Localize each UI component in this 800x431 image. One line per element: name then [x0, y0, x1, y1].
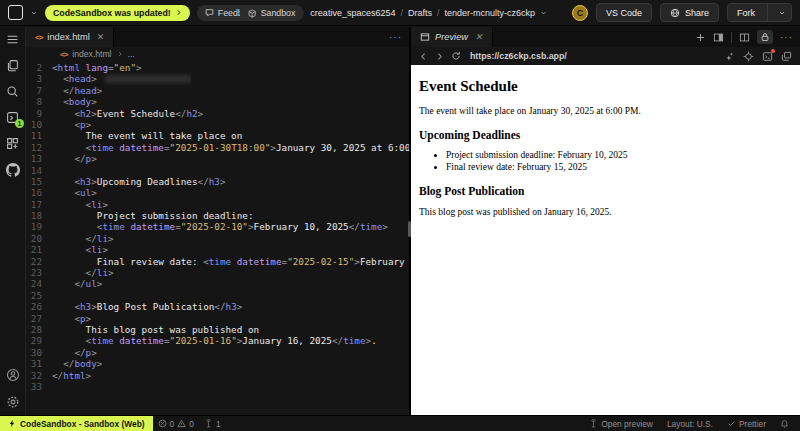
github-icon[interactable] [6, 163, 20, 177]
code-line[interactable]: 18 Project submission deadline: [26, 210, 409, 221]
line-number[interactable]: 29 [26, 335, 52, 346]
line-number[interactable]: 12 [26, 142, 52, 153]
fork-menu-chevron-icon[interactable] [773, 9, 791, 17]
console-button[interactable] [762, 51, 773, 62]
ports-indicator[interactable]: 1 [199, 419, 226, 429]
line-number[interactable]: 8 [26, 96, 52, 107]
code-line[interactable]: 15 <h3>Upcoming Deadlines</h3> [26, 176, 409, 187]
code-line[interactable]: 12 <time datetime="2025-01-30T18:00">Jan… [26, 142, 409, 153]
breadcrumb-file[interactable]: index.html [72, 49, 111, 59]
code-area[interactable]: 2<html lang="en">3 <head>7 </head>8 <bod… [26, 61, 409, 415]
code-line[interactable]: 29 <time datetime="2025-01-16">January 1… [26, 335, 409, 346]
devtools-icon[interactable]: 1 [6, 111, 19, 124]
breadcrumb-folder[interactable]: Drafts [408, 8, 432, 18]
fork-button[interactable]: Fork [727, 3, 792, 22]
sparkles-icon[interactable] [724, 51, 735, 62]
code-line[interactable]: 21 <li> [26, 244, 409, 255]
update-banner[interactable]: CodeSandbox was updated! [45, 5, 190, 21]
code-line[interactable]: 33 [26, 381, 409, 392]
codesandbox-logo-icon[interactable] [8, 5, 23, 20]
code-line[interactable]: 32</html> [26, 370, 409, 381]
extensions-icon[interactable] [6, 137, 19, 150]
sandbox-menu-chevron-icon[interactable] [540, 9, 548, 17]
account-icon[interactable] [6, 368, 20, 382]
back-icon[interactable] [419, 52, 428, 61]
line-number[interactable]: 24 [26, 278, 52, 289]
code-line[interactable]: 22 Final review date: <time datetime="20… [26, 256, 409, 267]
lock-preview-button[interactable] [757, 30, 773, 44]
split-editor-icon[interactable] [713, 32, 724, 43]
vscode-button[interactable]: VS Code [596, 3, 652, 22]
add-devtool-icon[interactable] [695, 32, 706, 43]
line-number[interactable]: 31 [26, 358, 52, 369]
code-line[interactable]: 19 <time datetime="2025-02-10">February … [26, 221, 409, 232]
menu-icon[interactable] [6, 33, 19, 46]
line-number[interactable]: 7 [26, 85, 52, 96]
code-line[interactable]: 3 <head> [26, 73, 409, 84]
line-number[interactable]: 9 [26, 108, 52, 119]
line-number[interactable]: 26 [26, 301, 52, 312]
line-number[interactable]: 30 [26, 347, 52, 358]
line-number[interactable]: 13 [26, 153, 52, 164]
code-line[interactable]: 27 <p> [26, 313, 409, 324]
forward-icon[interactable] [435, 52, 444, 61]
refresh-icon[interactable] [451, 51, 461, 61]
code-line[interactable]: 24 </ul> [26, 278, 409, 289]
code-line[interactable]: 31 </body> [26, 358, 409, 369]
line-number[interactable]: 11 [26, 130, 52, 141]
prettier-indicator[interactable]: Prettier [722, 419, 771, 429]
line-number[interactable]: 2 [26, 62, 52, 73]
tab-index-html[interactable]: <> index.html ✕ [26, 27, 114, 47]
pane-resize-handle[interactable] [409, 27, 411, 415]
code-line[interactable]: 11 The event will take place on [26, 130, 409, 141]
inspect-crosshair-icon[interactable] [743, 51, 754, 62]
line-number[interactable]: 16 [26, 187, 52, 198]
avatar[interactable]: C [572, 5, 588, 21]
line-number[interactable]: 22 [26, 256, 52, 267]
code-line[interactable]: 2<html lang="en"> [26, 62, 409, 73]
code-line[interactable]: 20 </li> [26, 233, 409, 244]
code-line[interactable]: 28 This blog post was published on [26, 324, 409, 335]
code-line[interactable]: 8 <body> [26, 96, 409, 107]
line-number[interactable]: 27 [26, 313, 52, 324]
line-number[interactable]: 23 [26, 267, 52, 278]
code-line[interactable]: 17 <li> [26, 199, 409, 210]
settings-gear-icon[interactable] [6, 395, 20, 409]
line-number[interactable]: 19 [26, 221, 52, 232]
problems-indicator[interactable]: 0 0 [153, 419, 199, 429]
status-brand-button[interactable]: CodeSandbox - Sandbox (Web) [0, 416, 153, 431]
line-number[interactable]: 18 [26, 210, 52, 221]
code-line[interactable]: 23 </li> [26, 267, 409, 278]
line-number[interactable]: 33 [26, 381, 52, 392]
keyboard-layout-indicator[interactable]: Layout: U.S. [662, 419, 718, 429]
share-button[interactable]: Share [660, 3, 719, 22]
line-number[interactable]: 10 [26, 119, 52, 130]
workspace-badge[interactable]: Sandbox [240, 5, 304, 21]
line-number[interactable]: 21 [26, 244, 52, 255]
line-number[interactable]: 3 [26, 73, 52, 84]
code-line[interactable]: 25 [26, 290, 409, 301]
url-text[interactable]: https://cz6ckp.csb.app/ [470, 51, 567, 61]
close-preview-tab-icon[interactable]: ✕ [475, 32, 483, 42]
open-in-new-window-icon[interactable] [781, 51, 792, 62]
search-icon[interactable] [6, 85, 19, 98]
notifications-bell-icon[interactable] [775, 419, 794, 429]
close-tab-icon[interactable]: ✕ [97, 32, 105, 42]
tab-preview[interactable]: Preview ✕ [411, 27, 493, 47]
editor-more-actions-icon[interactable]: ··· [382, 27, 409, 47]
line-number[interactable]: 15 [26, 176, 52, 187]
split-view-icon[interactable] [739, 32, 750, 43]
line-number[interactable]: 25 [26, 290, 52, 301]
code-line[interactable]: 26 <h3>Blog Post Publication</h3> [26, 301, 409, 312]
line-number[interactable]: 14 [26, 165, 52, 176]
line-number[interactable]: 17 [26, 199, 52, 210]
code-line[interactable]: 30 </p> [26, 347, 409, 358]
explorer-icon[interactable] [6, 59, 19, 72]
preview-more-actions-icon[interactable]: ··· [780, 32, 793, 43]
breadcrumb-team[interactable]: creative_spaces6254 [310, 8, 395, 18]
breadcrumb-symbol[interactable]: ... [128, 49, 135, 59]
code-line[interactable]: 9 <h2>Event Schedule</h2> [26, 108, 409, 119]
open-preview-button[interactable]: Open preview [584, 419, 658, 429]
line-number[interactable]: 20 [26, 233, 52, 244]
code-line[interactable]: 14 [26, 165, 409, 176]
